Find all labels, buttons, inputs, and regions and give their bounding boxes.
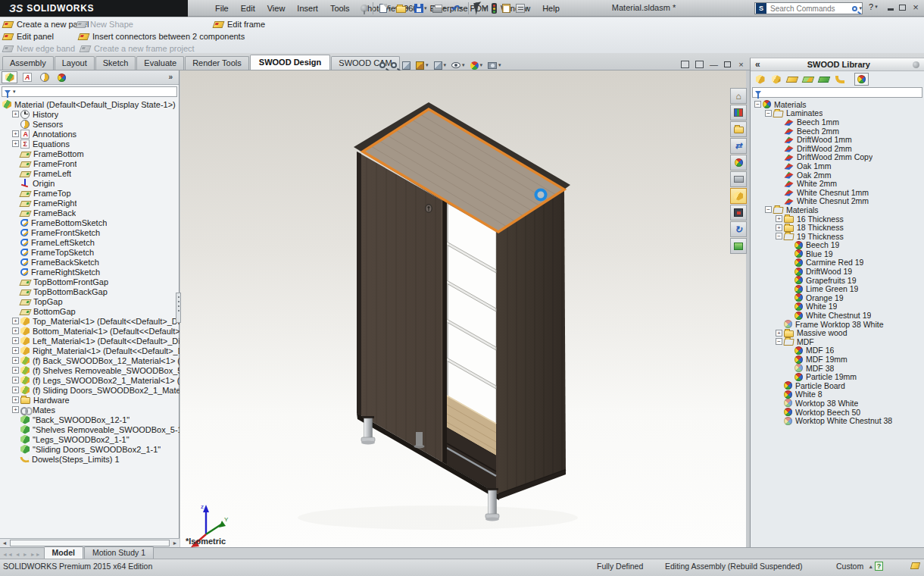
tree-item[interactable]: +Bottom_Material<1> (Default<<Default>_D…	[0, 326, 179, 336]
report-button[interactable]	[730, 238, 747, 254]
tree-item[interactable]: +Left_Material<1> (Default<<Default>_Dis…	[0, 336, 179, 346]
display-style-button[interactable]: ▾	[433, 61, 448, 70]
tree-item[interactable]: "Sliding Doors_SWOODBox2_1-1"	[0, 444, 179, 454]
tree-item[interactable]: FrameFrontSketch	[0, 227, 179, 237]
tree-item[interactable]: +History	[0, 109, 179, 119]
restore-button[interactable]	[899, 5, 906, 11]
swood-cam-button[interactable]	[730, 205, 747, 221]
tree-item[interactable]: Beech 2mm	[751, 127, 924, 136]
import-export-button[interactable]: ⇄	[730, 138, 747, 154]
tab-layout[interactable]: Layout	[55, 56, 95, 70]
tree-item[interactable]: −19 Thickness	[751, 232, 924, 241]
viewport-close-button[interactable]: ×	[737, 61, 745, 68]
tree-item[interactable]: TopGap	[0, 296, 179, 306]
next-sheet-icon[interactable]: ►	[23, 552, 28, 557]
expander-icon[interactable]: −	[776, 233, 782, 239]
tree-item[interactable]: Grapefruits 19	[751, 276, 924, 285]
tree-item[interactable]: Origin	[0, 178, 179, 188]
tree-item[interactable]: Orange 19	[751, 293, 924, 302]
tree-item[interactable]: White 2mm	[751, 179, 924, 188]
swood-cmd-edit-panel[interactable]: Edit panel	[3, 32, 54, 41]
edit-appearance-button[interactable]: ▾	[470, 61, 484, 70]
feature-tree-filter[interactable]: ▾	[2, 86, 177, 97]
tab-assembly[interactable]: Assembly	[2, 56, 54, 70]
tree-item[interactable]: DriftWood 19	[751, 267, 924, 276]
pin-icon[interactable]	[361, 5, 368, 12]
expander-icon[interactable]: +	[12, 406, 19, 413]
expander-icon[interactable]: +	[12, 367, 19, 374]
viewport-window-icon[interactable]	[695, 61, 704, 68]
tab-property-manager[interactable]	[19, 71, 35, 83]
select-button[interactable]: ▾	[473, 2, 488, 15]
search-input[interactable]	[769, 4, 852, 14]
file-explorer-button[interactable]	[730, 121, 747, 137]
filter-caret-icon[interactable]: ▾	[13, 89, 16, 95]
tree-item[interactable]: DriftWood 2mm Copy	[751, 153, 924, 162]
menu-view[interactable]: View	[261, 2, 292, 15]
tree-item[interactable]: +(f) Shelves Removeable_SWOODBox_5_Mater…	[0, 365, 179, 375]
panel-splitter-handle[interactable]	[176, 293, 181, 323]
tree-item[interactable]: FrameTopSketch	[0, 247, 179, 257]
expander-icon[interactable]: +	[776, 224, 782, 231]
close-button[interactable]: ×	[911, 3, 920, 11]
swood-profiles-button[interactable]	[832, 73, 847, 86]
tab-display-manager[interactable]	[54, 71, 70, 83]
tab-evaluate[interactable]: Evaluate	[136, 56, 184, 70]
tree-item[interactable]: +(f) Back_SWOODBox_12_Material<1> (Defau…	[0, 355, 179, 365]
swood-edgebands-button[interactable]	[801, 73, 815, 86]
tree-item[interactable]: Sensors	[0, 119, 179, 129]
tree-item[interactable]: FrameBack	[0, 208, 179, 218]
collapse-panel-icon[interactable]: «	[751, 59, 765, 70]
expander-icon[interactable]: +	[12, 111, 19, 117]
graphics-viewport[interactable]: z Y x *Isometric	[180, 70, 746, 547]
tree-item[interactable]: −Materials	[751, 205, 924, 214]
expander-icon[interactable]: −	[765, 206, 772, 213]
tree-item[interactable]: Carmine Red 19	[751, 258, 924, 268]
tree-item[interactable]: FrameBottomSketch	[0, 218, 179, 227]
tree-item[interactable]: Lime Green 19	[751, 284, 924, 293]
tree-item[interactable]: Beech 19	[751, 241, 924, 250]
viewport-restore-button[interactable]	[724, 61, 731, 67]
tree-item[interactable]: +(f) Legs_SWOODBox2_1_Material<1> (Defau…	[0, 375, 179, 385]
rebuild-button[interactable]	[490, 2, 498, 14]
menu-insert[interactable]: Insert	[291, 2, 324, 15]
scene-button[interactable]: ▾	[487, 61, 502, 70]
viewport-minimize-button[interactable]: —	[710, 61, 718, 68]
tree-item[interactable]: FrameBottom	[0, 149, 179, 158]
tree-item[interactable]: Blue 19	[751, 249, 924, 258]
expander-icon[interactable]: +	[776, 330, 782, 337]
tree-item[interactable]: Worktop 38 White	[751, 399, 924, 408]
paste-button[interactable]	[501, 3, 512, 14]
first-sheet-icon[interactable]: ◄◄	[2, 552, 13, 557]
expander-icon[interactable]: +	[776, 215, 782, 222]
tree-item[interactable]: TopBottomFrontGap	[0, 277, 179, 286]
swood-box-button[interactable]	[730, 188, 747, 204]
pin-panel-icon[interactable]	[913, 61, 919, 68]
tree-item[interactable]: DriftWood 1mm	[751, 135, 924, 144]
last-sheet-icon[interactable]: ►►	[30, 552, 41, 557]
tree-item[interactable]: Frame Worktop 38 White	[751, 320, 924, 329]
cabinet-3d-model[interactable]: z Y x	[180, 70, 746, 547]
tree-item[interactable]: +Annotations	[0, 129, 179, 139]
tree-item[interactable]: BottomGap	[0, 306, 179, 316]
tree-item[interactable]: Dowels(Steps_Limits) 1	[0, 454, 179, 464]
edgeband-panel-button[interactable]	[730, 171, 747, 187]
tree-item[interactable]: FrameRight	[0, 198, 179, 208]
tree-item[interactable]: White 8	[751, 390, 924, 399]
options-button[interactable]: ▾	[514, 3, 530, 14]
tree-item[interactable]: FrameBackSketch	[0, 257, 179, 267]
tab-configuration-manager[interactable]	[36, 71, 52, 83]
help-menu[interactable]: ?▾	[869, 2, 878, 11]
tree-item[interactable]: −Materials	[751, 100, 924, 109]
zoom-to-fit-button[interactable]	[379, 61, 386, 69]
prev-sheet-icon[interactable]: ◄	[15, 552, 20, 557]
swood-boxes-button[interactable]	[753, 73, 767, 86]
tree-item[interactable]: White Chesnut 2mm	[751, 197, 924, 206]
sheet-nav-buttons[interactable]: ◄◄ ◄ ► ►►	[0, 552, 44, 559]
open-button[interactable]: ▾	[395, 3, 411, 14]
tree-item[interactable]: +Mates	[0, 405, 179, 415]
tree-item[interactable]: FrameTop	[0, 188, 179, 198]
swood-cmd-insert-connectors-between-2-components[interactable]: Insert connectors between 2 components	[79, 32, 245, 41]
tree-item[interactable]: Worktop Beech 50	[751, 408, 924, 417]
swood-laminates-button[interactable]	[816, 73, 831, 86]
